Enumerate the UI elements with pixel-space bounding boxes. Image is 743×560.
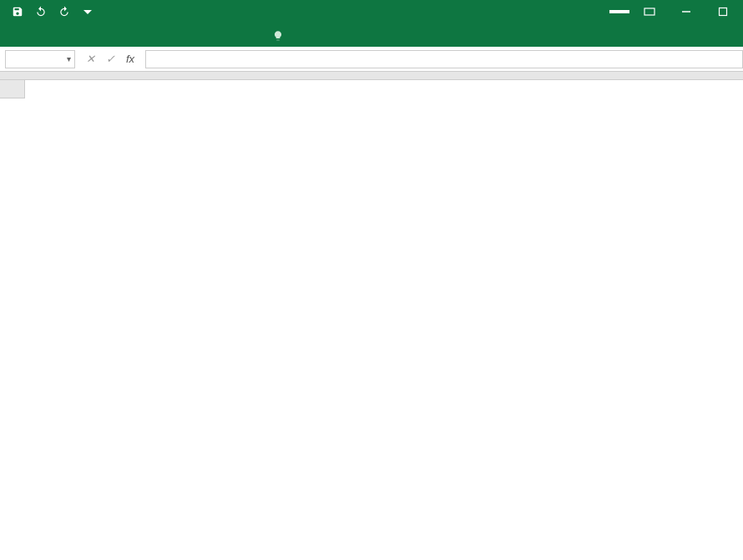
tab-page-layout[interactable] xyxy=(77,37,100,47)
qat-customize-button[interactable] xyxy=(77,3,99,21)
tab-help[interactable] xyxy=(217,37,240,47)
redo-button[interactable] xyxy=(53,3,75,21)
grid-left xyxy=(0,80,25,560)
enter-icon[interactable]: ✓ xyxy=(104,53,117,65)
tab-review[interactable] xyxy=(147,37,170,47)
formula-bar-divider xyxy=(0,72,743,80)
tab-view[interactable] xyxy=(170,37,194,47)
select-all-corner[interactable] xyxy=(0,80,25,98)
svg-rect-0 xyxy=(644,8,655,15)
tab-home[interactable] xyxy=(30,37,53,47)
tab-resources[interactable] xyxy=(240,37,264,47)
tab-developer[interactable] xyxy=(194,37,217,47)
tab-insert[interactable] xyxy=(53,37,77,47)
minimize-button[interactable] xyxy=(670,0,703,23)
tab-file[interactable] xyxy=(7,37,30,47)
name-box[interactable] xyxy=(5,50,75,68)
lightbulb-icon xyxy=(272,30,284,42)
spreadsheet-grid xyxy=(0,80,743,560)
ribbon-display-button[interactable] xyxy=(633,0,666,23)
tab-data[interactable] xyxy=(124,37,147,47)
cancel-icon[interactable]: ✕ xyxy=(83,53,97,65)
title-bar-right xyxy=(609,0,743,23)
undo-button[interactable] xyxy=(30,3,52,21)
title-bar xyxy=(0,0,743,23)
ribbon-tabs xyxy=(0,23,743,47)
save-button[interactable] xyxy=(7,3,28,21)
formula-bar: ✕ ✓ fx xyxy=(0,47,743,72)
formula-bar-buttons: ✕ ✓ fx xyxy=(75,53,145,65)
maximize-button[interactable] xyxy=(706,0,740,23)
formula-input[interactable] xyxy=(145,50,743,68)
quick-access-toolbar xyxy=(0,3,99,21)
column-headers xyxy=(25,80,743,98)
tab-formulas[interactable] xyxy=(100,37,124,47)
tell-me-search[interactable] xyxy=(264,25,297,47)
login-button[interactable] xyxy=(609,10,629,13)
svg-rect-2 xyxy=(720,8,727,16)
fx-icon[interactable]: fx xyxy=(124,53,137,65)
grid-right xyxy=(25,80,743,560)
